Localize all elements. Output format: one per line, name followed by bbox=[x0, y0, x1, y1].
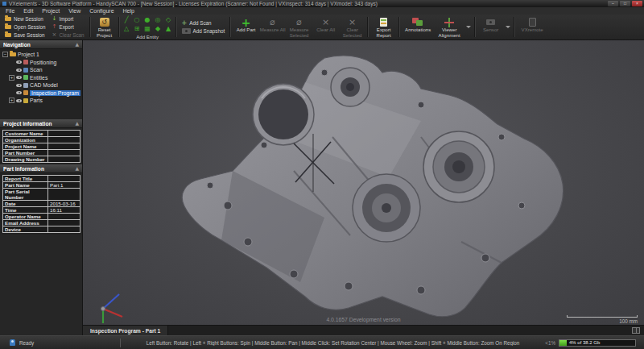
customer-name-field[interactable] bbox=[48, 131, 80, 137]
project-folder-icon bbox=[10, 52, 16, 56]
entity-mesh-icon[interactable]: ▦ bbox=[142, 24, 153, 33]
chevron-down-icon[interactable] bbox=[506, 26, 510, 28]
entity-circle-icon[interactable]: ○ bbox=[132, 15, 142, 24]
drawing-number-field[interactable] bbox=[48, 156, 80, 163]
positioning-icon bbox=[23, 60, 28, 64]
entity-slot-icon[interactable]: ◇ bbox=[163, 15, 174, 24]
add-snapshot-button[interactable]: Add Snapshot bbox=[179, 27, 229, 35]
export-report-button[interactable]: Export Report bbox=[370, 15, 397, 39]
entity-plane-icon[interactable]: △ bbox=[122, 24, 132, 33]
visibility-eye-icon[interactable] bbox=[16, 91, 22, 94]
chevron-down-icon[interactable] bbox=[466, 26, 471, 28]
clear-icon: × bbox=[322, 18, 329, 27]
open-session-button[interactable]: Open Session bbox=[2, 23, 49, 31]
viewport-layout-icon[interactable] bbox=[632, 327, 640, 334]
visibility-eye-icon[interactable] bbox=[16, 60, 22, 64]
navigation-tree: − Project 1 Positioning Scan + Entiti bbox=[0, 49, 82, 119]
table-row: Project Name bbox=[3, 143, 80, 150]
export-button[interactable]: ↑ Export bbox=[49, 23, 88, 31]
measure-selected-button[interactable]: ⌀ Measure Selected bbox=[286, 15, 312, 39]
panel-collapse-icon[interactable]: ▲ bbox=[75, 166, 79, 171]
project-name-field[interactable] bbox=[48, 143, 80, 150]
entities-icon bbox=[23, 75, 28, 80]
tree-item-cad-model[interactable]: CAD Model bbox=[2, 81, 82, 89]
part-info-panel-header[interactable]: Part Information ▲ bbox=[0, 164, 82, 173]
tree-item-inspection-program[interactable]: Inspection Program bbox=[2, 89, 82, 98]
clear-scan-button[interactable]: × Clear Scan bbox=[49, 31, 88, 39]
add-scan-button[interactable]: + Add Scan bbox=[179, 19, 229, 27]
close-button[interactable]: × bbox=[632, 1, 642, 6]
expander-icon[interactable]: − bbox=[2, 52, 8, 57]
import-button[interactable]: ↓ Import bbox=[49, 15, 88, 23]
project-info-panel-header[interactable]: Project Information ▲ bbox=[0, 119, 82, 128]
scan-icon bbox=[23, 68, 28, 73]
tab-inspection-program[interactable]: Inspection Program - Part 1 bbox=[83, 326, 168, 335]
tree-item-positioning[interactable]: Positioning bbox=[2, 59, 82, 67]
panel-collapse-icon[interactable]: ▲ bbox=[75, 121, 79, 126]
menu-project[interactable]: Project bbox=[42, 8, 60, 14]
toolbar-separator bbox=[398, 17, 400, 37]
add-entity-group: ╱ ○ ● ◎ ◇ △ ⊞ ▦ ◆ ▲ Add Entity bbox=[122, 15, 174, 39]
clear-selected-button[interactable]: × Clear Selected bbox=[339, 15, 365, 39]
menu-configure[interactable]: Configure bbox=[89, 8, 114, 14]
vxremote-button[interactable]: VXremote bbox=[517, 15, 547, 39]
expander-icon[interactable]: + bbox=[9, 98, 14, 103]
clear-all-button[interactable]: × Clear All bbox=[312, 15, 339, 39]
report-title-field[interactable] bbox=[48, 176, 80, 182]
menu-edit[interactable]: Edit bbox=[23, 8, 33, 14]
new-session-button[interactable]: New Session bbox=[2, 15, 49, 23]
toolbar-separator bbox=[474, 17, 476, 37]
menu-view[interactable]: View bbox=[68, 8, 80, 14]
viewport-3d[interactable]: 4.0.1657 Development version 100 mm bbox=[83, 40, 644, 325]
menu-help[interactable]: Help bbox=[123, 8, 134, 14]
entity-sphere-icon[interactable]: ◆ bbox=[153, 24, 163, 33]
date-field[interactable]: 2015-03-16 bbox=[48, 201, 80, 207]
maximize-button[interactable]: □ bbox=[620, 1, 630, 6]
entity-grid-icon[interactable]: ⊞ bbox=[132, 24, 142, 33]
folder-open-icon bbox=[5, 25, 11, 29]
visibility-eye-icon[interactable] bbox=[16, 69, 22, 72]
table-row: Part Serial Number bbox=[3, 189, 80, 201]
operator-name-field[interactable] bbox=[48, 214, 80, 220]
snapshot-camera-icon bbox=[182, 28, 191, 34]
reset-project-button[interactable]: ↺ Reset Project bbox=[93, 15, 117, 39]
email-address-field[interactable] bbox=[48, 220, 80, 226]
memory-gauge: 4% of 38.2 Gb bbox=[559, 339, 636, 347]
entity-target-icon[interactable]: ◎ bbox=[153, 15, 163, 24]
add-part-button[interactable]: + Add Part bbox=[233, 15, 259, 39]
entity-point-icon[interactable]: ● bbox=[142, 15, 153, 24]
annotations-button[interactable]: Annotations bbox=[402, 15, 434, 39]
clear-icon: × bbox=[349, 18, 356, 27]
entity-cone-icon[interactable]: ▲ bbox=[163, 24, 174, 33]
scale-bar: 100 mm bbox=[567, 317, 638, 318]
part-name-field[interactable]: Part 1 bbox=[48, 182, 80, 189]
expander-icon[interactable]: + bbox=[9, 75, 14, 81]
part-number-field[interactable] bbox=[48, 150, 80, 156]
minimize-button[interactable]: – bbox=[608, 1, 618, 6]
navigation-panel-header[interactable]: Navigation ▲ bbox=[0, 40, 82, 49]
sensor-button[interactable]: Sensor bbox=[477, 15, 504, 39]
table-row: Part Number bbox=[3, 150, 80, 156]
tree-item-entities[interactable]: + Entities bbox=[2, 74, 82, 82]
panel-collapse-icon[interactable]: ▲ bbox=[75, 42, 79, 47]
table-row: Email Address bbox=[3, 220, 80, 226]
toolbar-separator bbox=[89, 17, 91, 37]
tree-item-scan[interactable]: Scan bbox=[2, 66, 82, 74]
table-row: Drawing Number bbox=[3, 156, 80, 163]
organization-field[interactable] bbox=[48, 137, 80, 143]
cad-model-icon bbox=[23, 83, 28, 88]
folder-icon bbox=[5, 17, 11, 21]
tree-item-parts[interactable]: + Parts bbox=[2, 97, 82, 105]
save-session-button[interactable]: Save Session bbox=[2, 31, 49, 39]
part-serial-field[interactable] bbox=[48, 189, 80, 201]
tree-item-project[interactable]: − Project 1 bbox=[2, 51, 82, 59]
visibility-eye-icon[interactable] bbox=[16, 99, 22, 102]
visibility-eye-icon[interactable] bbox=[16, 76, 22, 79]
entity-line-icon[interactable]: ╱ bbox=[122, 15, 132, 24]
visibility-eye-icon[interactable] bbox=[16, 84, 22, 87]
device-field[interactable] bbox=[48, 226, 80, 233]
time-field[interactable]: 16:11 bbox=[48, 207, 80, 214]
menu-file[interactable]: File bbox=[6, 8, 14, 14]
measure-all-button[interactable]: ⌀ Measure All bbox=[259, 15, 286, 39]
viewer-alignment-button[interactable]: Viewer Alignment bbox=[434, 15, 464, 39]
